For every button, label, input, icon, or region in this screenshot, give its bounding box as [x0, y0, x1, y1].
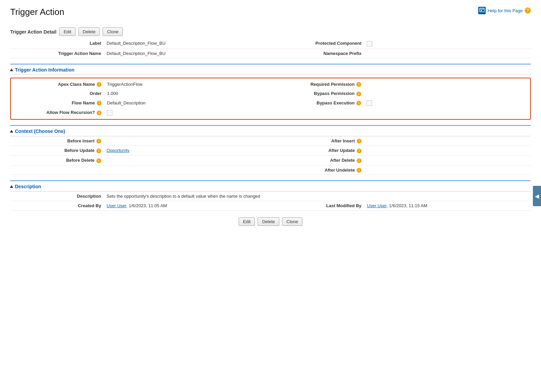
context-table: Before Insert i After Insert i Before Up…	[10, 136, 531, 175]
before-delete-label: Before Delete i	[10, 155, 104, 165]
bottom-delete-button[interactable]: Delete	[258, 217, 279, 226]
trigger-action-name-row: Trigger Action Name Default_Description_…	[10, 48, 531, 58]
order-row: Order 1.000 Bypass Permission i	[11, 89, 530, 98]
protected-component-value	[364, 39, 531, 48]
before-update-row: Before Update i Opportunity After Update…	[10, 146, 531, 156]
top-clone-button[interactable]: Clone	[102, 27, 123, 36]
after-delete-info-icon[interactable]: i	[357, 158, 361, 163]
trigger-info-header: Trigger Action Information	[10, 64, 531, 75]
description-header: Description	[10, 180, 531, 192]
bypass-execution-label: Bypass Execution i	[270, 98, 364, 108]
bypass-permission-label: Bypass Permission i	[270, 89, 364, 98]
help-question-icon: ?	[525, 7, 531, 14]
apex-class-label: Apex Class Name i	[11, 80, 104, 89]
namespace-prefix-value	[364, 48, 531, 58]
sidebar-arrow-icon: ◀	[535, 193, 539, 199]
trigger-action-name-value: Default_Description_Flow_BU	[104, 48, 270, 58]
label-row: Label Default_Description_Flow_BU Protec…	[10, 39, 531, 48]
trigger-action-name-label: Trigger Action Name	[10, 48, 104, 58]
after-undelete-label: After Undelete i	[270, 165, 364, 175]
created-by-row: Created By User User, 1/6/2023, 11:05 AM…	[10, 201, 531, 211]
order-value: 1.000	[104, 89, 270, 98]
description-title: Description	[10, 184, 41, 189]
order-label: Order	[11, 89, 104, 98]
protected-component-checkbox	[367, 41, 372, 46]
help-link[interactable]: Help for this Page ?	[478, 7, 531, 14]
top-edit-button[interactable]: Edit	[59, 27, 75, 36]
after-insert-info-icon[interactable]: i	[357, 139, 361, 143]
before-update-info-icon[interactable]: i	[96, 149, 101, 153]
required-permission-label: Required Permission i	[270, 80, 364, 89]
namespace-prefix-label: Namespace Prefix	[270, 48, 364, 58]
last-modified-date: , 1/6/2023, 11:15 AM	[387, 203, 427, 208]
description-value: Sets the opportunity's description to a …	[104, 192, 531, 201]
allow-flow-recursion-info-icon[interactable]: i	[97, 111, 101, 115]
before-update-link[interactable]: Opportunity	[107, 148, 129, 153]
before-delete-info-icon[interactable]: i	[96, 158, 101, 163]
after-update-label: After Update i	[270, 146, 364, 156]
before-insert-info-icon[interactable]: i	[96, 139, 101, 143]
after-update-value	[364, 146, 531, 156]
bottom-clone-button[interactable]: Clone	[282, 217, 302, 226]
last-modified-link[interactable]: User User	[367, 203, 387, 208]
detail-section: Trigger Action Detail Edit Delete Clone …	[10, 27, 531, 58]
flow-name-row: Flow Name i Default_Description Bypass E…	[11, 98, 530, 108]
apex-class-info-icon[interactable]: i	[97, 82, 101, 87]
page-title: Trigger Action	[10, 7, 64, 17]
after-undelete-info-icon[interactable]: i	[357, 168, 361, 173]
description-label: Description	[10, 192, 104, 201]
created-by-date: , 1/6/2023, 11:05 AM	[126, 203, 167, 208]
before-insert-value	[104, 136, 270, 146]
created-by-value: User User, 1/6/2023, 11:05 AM	[104, 201, 270, 211]
protected-component-label: Protected Component	[270, 39, 364, 48]
flow-name-info-icon[interactable]: i	[97, 101, 101, 105]
allow-flow-recursion-row: Allow Flow Recursion? i	[11, 108, 530, 118]
description-row: Description Sets the opportunity's descr…	[10, 192, 531, 201]
trigger-info-section: Trigger Action Information Apex Class Na…	[10, 64, 531, 120]
triangle-icon	[10, 68, 13, 71]
after-delete-label: After Delete i	[270, 155, 364, 165]
allow-flow-recursion-checkbox	[107, 110, 112, 116]
trigger-info-table: Apex Class Name i TriggerActionFlow Requ…	[11, 80, 530, 118]
top-delete-button[interactable]: Delete	[78, 27, 100, 36]
after-update-info-icon[interactable]: i	[357, 149, 361, 153]
flow-name-label: Flow Name i	[11, 98, 104, 108]
before-update-value: Opportunity	[104, 146, 270, 156]
svg-rect-2	[481, 10, 482, 11]
context-section: Context (Choose One) Before Insert i Aft…	[10, 125, 531, 175]
required-permission-info-icon[interactable]: i	[356, 82, 361, 87]
top-buttons: Edit Delete Clone	[59, 27, 123, 36]
allow-flow-recursion-value	[104, 108, 270, 118]
after-undelete-value	[364, 165, 531, 175]
bypass-permission-info-icon[interactable]: i	[356, 92, 361, 96]
apex-class-value: TriggerActionFlow	[104, 80, 270, 89]
detail-header: Trigger Action Detail Edit Delete Clone	[10, 27, 531, 36]
trigger-info-title-text: Trigger Action Information	[15, 67, 74, 73]
label-field-value: Default_Description_Flow_BU	[104, 39, 270, 48]
before-delete-value	[104, 155, 270, 165]
required-permission-value	[364, 80, 530, 89]
apex-class-row: Apex Class Name i TriggerActionFlow Requ…	[11, 80, 530, 89]
description-triangle-icon	[10, 185, 13, 188]
before-insert-label: Before Insert i	[10, 136, 104, 146]
bottom-edit-button[interactable]: Edit	[239, 217, 255, 226]
bypass-execution-value	[364, 98, 530, 108]
bypass-execution-info-icon[interactable]: i	[356, 101, 361, 105]
bottom-buttons: Edit Delete Clone	[10, 217, 531, 236]
label-field-label: Label	[10, 39, 104, 48]
after-insert-value	[364, 136, 531, 146]
after-insert-label: After Insert i	[270, 136, 364, 146]
trigger-info-box: Apex Class Name i TriggerActionFlow Requ…	[10, 78, 531, 120]
description-title-text: Description	[15, 184, 41, 189]
created-by-label: Created By	[10, 201, 104, 211]
sidebar-handle[interactable]: ◀	[533, 186, 541, 206]
created-by-link[interactable]: User User	[107, 203, 126, 208]
detail-section-title: Trigger Action Detail	[10, 29, 56, 35]
bypass-permission-value	[364, 89, 530, 98]
context-title-text: Context (Choose One)	[15, 129, 65, 134]
trigger-info-title: Trigger Action Information	[10, 67, 74, 73]
after-delete-value	[364, 155, 531, 165]
context-header: Context (Choose One)	[10, 125, 531, 136]
bypass-execution-checkbox	[367, 100, 372, 106]
before-update-label: Before Update i	[10, 146, 104, 156]
